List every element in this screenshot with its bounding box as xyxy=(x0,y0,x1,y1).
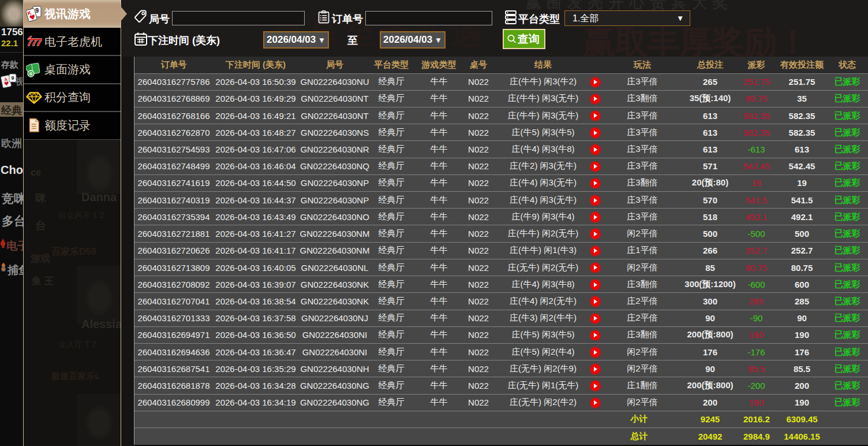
svg-text:9: 9 xyxy=(11,75,14,81)
svg-text:9: 9 xyxy=(35,7,39,14)
svg-text:$: $ xyxy=(30,72,32,76)
svg-text:视: 视 xyxy=(15,76,23,86)
svg-text:777: 777 xyxy=(27,37,42,48)
